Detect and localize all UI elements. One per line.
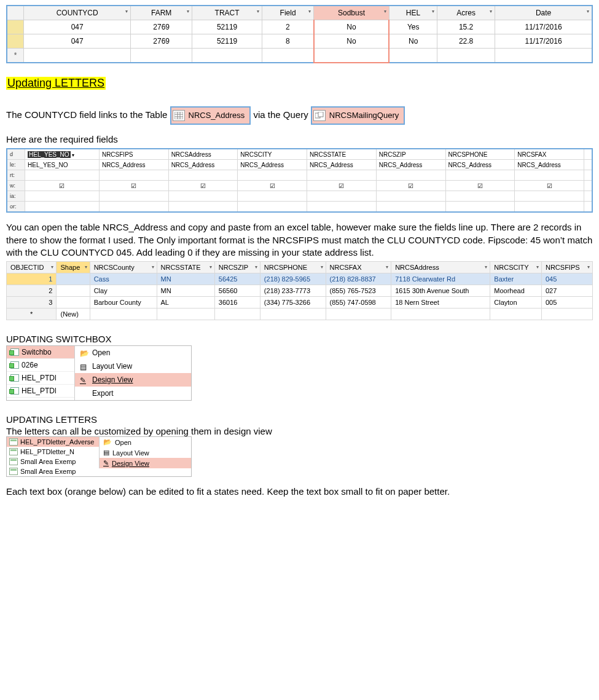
query-icon — [313, 110, 326, 121]
nav-item[interactable]: HEL_PTDl — [7, 385, 74, 398]
show-checkbox[interactable]: ☑ — [445, 181, 515, 191]
chevron-down-icon[interactable]: ▾ — [384, 9, 386, 14]
chip-label: NRCSMailingQuery — [329, 106, 399, 125]
layout-icon: ▤ — [80, 363, 88, 370]
paragraph-copy-instructions: You can open the table NRCS_Address and … — [6, 221, 593, 259]
nrcs-address-table[interactable]: OBJECTID▾ Shape▾ NRCSCounty▾ NRCSSTATE▾ … — [6, 261, 593, 320]
col-tract[interactable]: TRACT▾ — [192, 6, 262, 20]
report-icon — [9, 438, 18, 446]
layout-icon: ▤ — [103, 449, 109, 457]
col-sodbust[interactable]: Sodbust▾ — [314, 6, 390, 20]
new-row[interactable]: * (New) — [7, 309, 593, 320]
new-row[interactable]: * — [7, 49, 592, 63]
query-chip-nrcsmailingquery[interactable]: NRCSMailingQuery — [311, 106, 405, 125]
nav-item-letter-adverse[interactable]: HEL_PTDletter_Adverse — [7, 437, 99, 447]
col-nrcsphone[interactable]: NRCSPHONE▾ — [260, 262, 326, 273]
show-checkbox[interactable]: ☑ — [168, 181, 238, 191]
chevron-down-icon[interactable]: ▾ — [490, 9, 492, 14]
letters-customize-line: The letters can all be customized by ope… — [6, 426, 593, 436]
menu-design-view[interactable]: ✎Design View — [75, 373, 191, 387]
table-chip-nrcs-address[interactable]: NRCS_Address — [170, 106, 251, 125]
chevron-down-icon[interactable]: ▾ — [187, 9, 189, 14]
table-row[interactable]: 3 Barbour County AL 36016 (334) 775-3266… — [7, 297, 593, 309]
nav-item[interactable]: 026e — [7, 359, 74, 372]
svg-rect-0 — [174, 112, 183, 119]
nav-item[interactable]: Small Area Exemp — [7, 457, 99, 466]
switchbox-context-menu: Switchbo 026e HEL_PTDl HEL_PTDl 📂Open ▤L… — [6, 345, 192, 401]
col-nrcscity[interactable]: NRCSCITY▾ — [490, 262, 542, 273]
menu-open[interactable]: 📂Open — [100, 437, 191, 447]
chevron-down-icon[interactable]: ▾ — [125, 9, 128, 14]
chevron-down-icon[interactable]: ▾ — [432, 9, 434, 14]
col-date[interactable]: Date▾ — [495, 6, 592, 20]
show-checkbox[interactable]: ☑ — [307, 181, 377, 191]
menu-open[interactable]: 📂Open — [75, 346, 191, 360]
col-nrcsstate[interactable]: NRCSSTATE▾ — [157, 262, 214, 273]
col-shape[interactable]: Shape▾ — [57, 262, 90, 273]
col-acres[interactable]: Acres▾ — [437, 6, 495, 20]
chevron-down-icon[interactable]: ▾ — [587, 9, 589, 14]
menu-export[interactable]: Export — [75, 387, 191, 400]
show-checkbox[interactable]: ☑ — [99, 181, 168, 191]
text: via the Query — [253, 109, 310, 120]
required-fields-label: Here are the required fields — [6, 133, 593, 146]
show-checkbox[interactable]: ☑ — [515, 181, 584, 191]
form-icon — [10, 374, 19, 382]
closing-paragraph: Each text box (orange below) can be edit… — [6, 486, 593, 498]
col-nrcsfax[interactable]: NRCSFAX▾ — [326, 262, 391, 273]
heading-updating-letters-2: UPDATING LETTERS — [6, 414, 593, 425]
nav-item[interactable]: Small Area Exemp — [7, 466, 99, 476]
link-line: The COUNTYCD field links to the Table NR… — [6, 106, 593, 125]
report-icon — [9, 458, 18, 465]
table-row[interactable]: 2 Clay MN 56560 (218) 233-7773 (855) 765… — [7, 285, 593, 297]
heading-updating-letters: Updating LETTERS — [6, 77, 106, 90]
heading-updating-switchbox: UPDATING SWITCHBOX — [6, 334, 593, 344]
chevron-down-icon[interactable]: ▾ — [257, 9, 259, 14]
design-icon: ✎ — [80, 376, 88, 383]
table-row[interactable]: 047 2769 52119 2 No Yes 15.2 11/17/2016 — [7, 20, 592, 34]
text: The COUNTYCD field links to the Table — [6, 109, 170, 120]
chevron-down-icon[interactable]: ▾ — [308, 9, 311, 14]
form-icon — [10, 361, 19, 369]
show-checkbox[interactable]: ☑ — [376, 181, 445, 191]
form-icon — [10, 348, 19, 356]
menu-layout-view[interactable]: ▤Layout View — [100, 447, 191, 458]
show-checkbox[interactable]: ☑ — [238, 181, 307, 191]
row-selector-header — [7, 6, 24, 20]
show-checkbox[interactable]: ☑ — [25, 181, 100, 191]
table-row[interactable]: 1 Cass MN 56425 (218) 829-5965 (218) 828… — [7, 273, 593, 285]
design-icon: ✎ — [103, 459, 109, 467]
open-icon: 📂 — [103, 438, 112, 446]
nav-item-switchboard[interactable]: Switchbo — [7, 346, 74, 359]
letters-context-menu: HEL_PTDletter_Adverse HEL_PTDletter_N Sm… — [6, 436, 192, 477]
chip-label: NRCS_Address — [189, 106, 245, 125]
col-objectid[interactable]: OBJECTID▾ — [7, 262, 57, 273]
col-countycd[interactable]: COUNTYCD▾ — [24, 6, 131, 20]
col-hel[interactable]: HEL▾ — [389, 6, 437, 20]
export-icon — [80, 390, 88, 397]
table-icon — [173, 110, 185, 121]
col-field[interactable]: Field▾ — [262, 6, 314, 20]
report-icon — [9, 448, 18, 455]
col-nrcszip[interactable]: NRCSZIP▾ — [214, 262, 260, 273]
open-icon: 📂 — [80, 349, 88, 356]
field-cell[interactable]: HEL_YES_NO ▾ — [25, 149, 100, 160]
nav-item[interactable]: HEL_PTDl — [7, 372, 74, 385]
col-farm[interactable]: FARM▾ — [131, 6, 192, 20]
col-nrcscounty[interactable]: NRCSCounty▾ — [90, 262, 157, 273]
col-nrcsaddress[interactable]: NRCSAddress▾ — [391, 262, 490, 273]
menu-layout-view[interactable]: ▤Layout View — [75, 360, 191, 373]
report-icon — [9, 468, 18, 475]
form-icon — [10, 387, 19, 395]
col-nrcsfips[interactable]: NRCSFIPS▾ — [541, 262, 592, 273]
svg-rect-6 — [318, 112, 323, 117]
query-design-grid[interactable]: d HEL_YES_NO ▾ NRCSFIPS NRCSAddress NRCS… — [6, 148, 593, 213]
top-datasheet[interactable]: COUNTYCD▾ FARM▾ TRACT▾ Field▾ Sodbust▾ H… — [6, 5, 593, 63]
menu-design-view[interactable]: ✎Design View — [100, 458, 191, 468]
table-row[interactable]: 047 2769 52119 8 No No 22.8 11/17/2016 — [7, 34, 592, 49]
nav-item[interactable]: HEL_PTDletter_N — [7, 447, 99, 457]
